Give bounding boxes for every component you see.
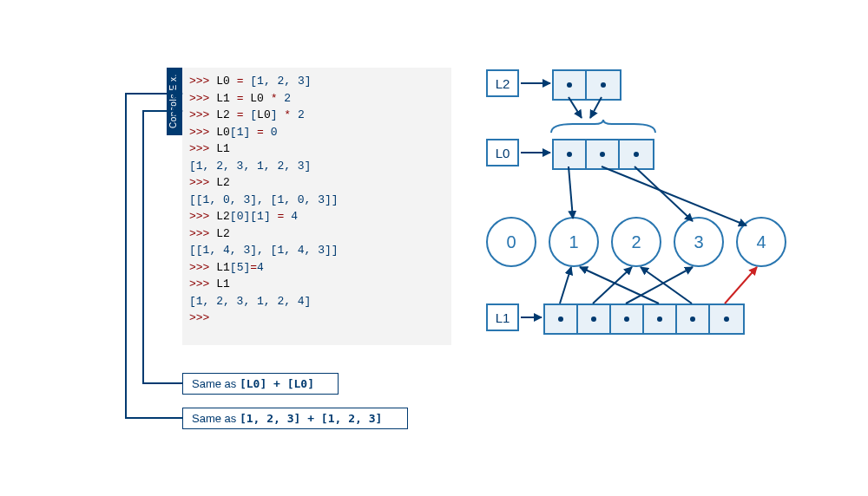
list-cell bbox=[554, 140, 587, 168]
list-cell bbox=[587, 71, 620, 99]
object-diagram: L2 L0 0 1 2 3 4 L1 bbox=[486, 69, 799, 364]
int-value: 1 bbox=[549, 217, 599, 267]
list-cell bbox=[545, 305, 578, 333]
int-value: 0 bbox=[486, 217, 536, 267]
svg-line-6 bbox=[635, 166, 693, 221]
annotation-1-prefix: Same as bbox=[192, 377, 240, 390]
svg-line-10 bbox=[626, 267, 693, 303]
list-cell bbox=[611, 305, 644, 333]
python-console: >>> L0 = [1, 2, 3] >>> L1 = L0 * 2 >>> L… bbox=[182, 68, 451, 345]
int-value: 4 bbox=[736, 217, 786, 267]
brace-icon bbox=[547, 120, 660, 137]
var-label-L1: L1 bbox=[486, 303, 519, 331]
annotation-2-code: [1, 2, 3] + [1, 2, 3] bbox=[240, 412, 382, 425]
list-cell bbox=[644, 305, 677, 333]
list-L0 bbox=[552, 139, 654, 170]
svg-line-9 bbox=[593, 267, 632, 303]
svg-line-13 bbox=[725, 267, 757, 303]
list-cell bbox=[578, 305, 611, 333]
svg-line-8 bbox=[560, 267, 571, 303]
svg-line-5 bbox=[602, 166, 746, 225]
annotation-1: Same as [L0] + [L0] bbox=[182, 373, 339, 395]
svg-line-4 bbox=[569, 166, 573, 219]
list-cell bbox=[587, 140, 620, 168]
annotation-1-code: [L0] + [L0] bbox=[240, 377, 314, 390]
list-L2 bbox=[552, 69, 621, 101]
svg-line-11 bbox=[580, 267, 659, 303]
list-L1 bbox=[543, 303, 745, 335]
list-cell bbox=[677, 305, 710, 333]
list-cell bbox=[710, 305, 743, 333]
var-label-L2: L2 bbox=[486, 69, 519, 97]
list-cell bbox=[620, 140, 653, 168]
annotation-2: Same as [1, 2, 3] + [1, 2, 3] bbox=[182, 408, 408, 429]
console-tab: Console E x. bbox=[167, 68, 182, 135]
annotation-2-prefix: Same as bbox=[192, 412, 240, 425]
list-cell bbox=[554, 71, 587, 99]
var-label-L0: L0 bbox=[486, 139, 519, 166]
svg-line-12 bbox=[641, 267, 692, 303]
int-value: 2 bbox=[611, 217, 661, 267]
int-value: 3 bbox=[674, 217, 724, 267]
